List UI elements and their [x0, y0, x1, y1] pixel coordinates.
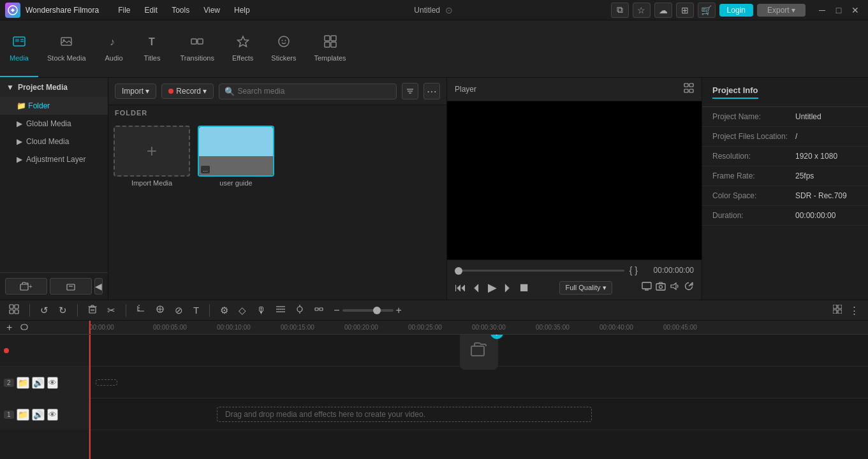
nav-stickers[interactable]: Stickers: [262, 20, 305, 77]
track-1-folder[interactable]: 📁: [17, 409, 29, 421]
login-button[interactable]: Login: [719, 4, 753, 17]
volume-btn[interactable]: [670, 281, 680, 294]
menu-tools[interactable]: Tools: [165, 4, 196, 16]
play-button[interactable]: ▶: [488, 280, 497, 295]
rewind-button[interactable]: ⏮: [455, 281, 466, 295]
collapse-sidebar-button[interactable]: ◀: [94, 278, 103, 295]
cart-btn[interactable]: 🛒: [698, 3, 716, 18]
add-media-btn[interactable]: +: [4, 321, 15, 335]
player-buttons: ⏮ ⏴ ▶ ⏵ ⏹ Full Quality ▾: [447, 278, 702, 300]
menu-edit[interactable]: Edit: [138, 4, 165, 16]
layout-btn[interactable]: ⊞: [676, 3, 694, 18]
zoom-track[interactable]: [342, 309, 394, 312]
templates-icon: [323, 34, 337, 52]
settings-btn-tl[interactable]: ⚙: [217, 303, 231, 317]
nav-transitions[interactable]: Transitions: [172, 20, 223, 77]
import-button[interactable]: Import ▾: [115, 84, 156, 99]
sidebar-item-folder[interactable]: 📁 Folder: [0, 97, 108, 115]
redo-btn[interactable]: ↻: [56, 303, 70, 317]
bookmark-btn[interactable]: ☆: [633, 3, 651, 18]
frame-rate-value: 25fps: [795, 171, 858, 180]
add-track-btn[interactable]: [6, 303, 22, 317]
project-info-tab[interactable]: Project Info: [712, 85, 758, 99]
track-1-number: 1: [4, 411, 14, 419]
crop-btn[interactable]: [134, 303, 148, 317]
progress-handle[interactable]: [455, 267, 462, 275]
import-media-item[interactable]: + Import Media: [114, 126, 190, 295]
sidebar-item-global-media[interactable]: ▶ Global Media: [0, 115, 108, 133]
link-tracks-btn[interactable]: [17, 321, 31, 334]
track-controls: + 2 📁 🔊 👁 1 📁 🔊 👁: [0, 321, 89, 459]
nav-templates[interactable]: Templates: [305, 20, 355, 77]
sidebar-adjustment-layer-label: Adjustment Layer: [26, 155, 85, 164]
zoom-out-btn[interactable]: −: [334, 305, 339, 316]
grid-view-btn[interactable]: [830, 303, 844, 317]
cloud-btn[interactable]: ☁: [654, 3, 672, 18]
delete-btn[interactable]: [85, 303, 99, 317]
track-1-audio[interactable]: 🔊: [32, 409, 45, 421]
next-frame-button[interactable]: ⏵: [502, 281, 513, 295]
nav-effects[interactable]: Effects: [223, 20, 262, 77]
more-options-btn[interactable]: ⋯: [423, 83, 440, 99]
maximize-button[interactable]: □: [831, 4, 846, 17]
nav-audio[interactable]: ♪ Audio: [95, 20, 133, 77]
settings-btn[interactable]: [684, 281, 694, 294]
nav-titles[interactable]: T Titles: [133, 20, 172, 77]
cut-btn[interactable]: ✂: [105, 303, 118, 317]
fullscreen-icon[interactable]: [684, 83, 694, 96]
minimize-button[interactable]: ─: [814, 4, 830, 17]
merge-btn[interactable]: [153, 303, 167, 317]
stop-button[interactable]: ⏹: [519, 281, 530, 295]
track-2-folder[interactable]: 📁: [17, 377, 29, 389]
sidebar-item-adjustment-layer[interactable]: ▶ Adjustment Layer: [0, 150, 108, 168]
search-input[interactable]: [237, 87, 391, 96]
drop-zone-center: +: [460, 335, 498, 370]
track-height-btn[interactable]: [274, 303, 288, 317]
track-2-placeholder: [96, 379, 117, 386]
restore-btn[interactable]: ⧉: [611, 3, 629, 18]
export-button[interactable]: Export ▾: [757, 4, 805, 17]
out-point-btn[interactable]: }: [635, 265, 638, 275]
video-duration: ...: [201, 166, 210, 173]
track-1-visible[interactable]: 👁: [47, 409, 58, 421]
screen-size-btn[interactable]: [642, 281, 652, 294]
toolbar-separator-1: [29, 304, 30, 317]
svg-rect-2: [15, 39, 19, 42]
close-button[interactable]: ✕: [848, 4, 863, 17]
progress-track[interactable]: [455, 270, 624, 272]
menu-view[interactable]: View: [197, 4, 226, 16]
menu-file[interactable]: File: [112, 4, 136, 16]
zoom-handle[interactable]: [373, 307, 381, 314]
sidebar-project-media[interactable]: ▼ Project Media: [0, 78, 108, 97]
in-point-btn[interactable]: {: [629, 265, 633, 275]
remove-folder-button[interactable]: [50, 278, 92, 295]
track-2-audio[interactable]: 🔊: [32, 377, 45, 389]
user-guide-item[interactable]: ... user guide: [198, 126, 274, 295]
zoom-in-btn[interactable]: +: [396, 305, 402, 316]
ripple-btn[interactable]: [312, 303, 326, 317]
quality-button[interactable]: Full Quality ▾: [559, 281, 612, 295]
nav-media[interactable]: Media: [0, 20, 38, 77]
nav-stock-media[interactable]: Stock Media: [38, 20, 95, 77]
sidebar-item-cloud-media[interactable]: ▶ Cloud Media: [0, 133, 108, 150]
text-btn[interactable]: T: [191, 303, 202, 317]
snap-btn[interactable]: [293, 303, 307, 317]
filter-icon-btn[interactable]: [402, 83, 418, 99]
list-view-btn[interactable]: ⋮: [847, 303, 862, 317]
keyframe-btn[interactable]: ◇: [236, 303, 249, 317]
app-logo: [5, 3, 20, 18]
player-transport: ⏮ ⏴ ▶ ⏵ ⏹: [455, 280, 530, 295]
undo-btn[interactable]: ↺: [38, 303, 51, 317]
track-2-visible[interactable]: 👁: [47, 377, 58, 389]
nav-stickers-label: Stickers: [271, 54, 296, 62]
record-button[interactable]: Record ▾: [161, 84, 214, 99]
titlebar-center: Untitled ⊙: [256, 5, 611, 15]
prev-frame-button[interactable]: ⏴: [471, 281, 483, 295]
add-folder-button[interactable]: +: [5, 278, 47, 295]
no-gap-btn[interactable]: ⊘: [172, 303, 186, 317]
svg-rect-17: [325, 42, 330, 47]
mic-btn[interactable]: 🎙: [254, 303, 268, 317]
svg-point-6: [63, 40, 65, 41]
menu-help[interactable]: Help: [228, 4, 256, 16]
snapshot-btn[interactable]: [656, 281, 666, 294]
